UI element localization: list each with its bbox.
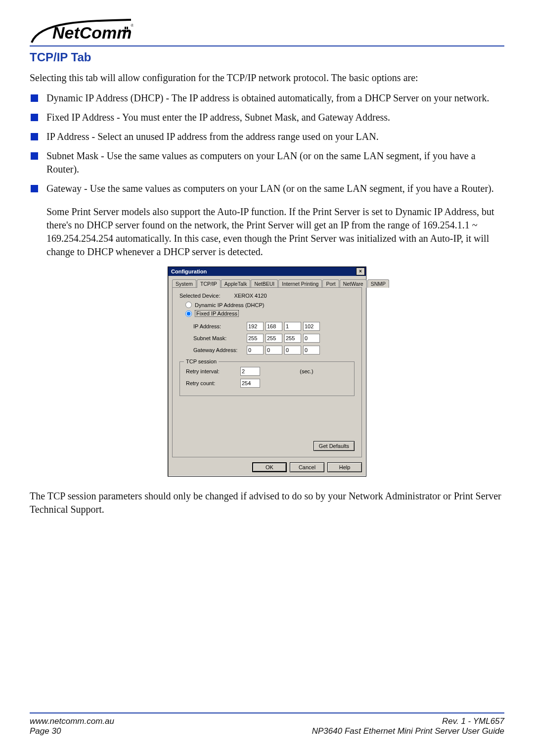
dialog-body: System TCP/IP AppleTalk NetBEUI Internet… [168,276,366,476]
get-defaults-button[interactable]: Get Defaults [313,441,355,451]
tab-appletalk[interactable]: AppleTalk [221,279,251,288]
tabstrip: System TCP/IP AppleTalk NetBEUI Internet… [172,279,362,288]
radio-dhcp-label: Dynamic IP Address (DHCP) [195,302,264,308]
bullet-list: Dynamic IP Address (DHCP) - The IP addre… [30,91,504,195]
footer-url: www.netcomm.com.au [30,716,114,726]
ip-octet-1[interactable] [247,322,264,331]
retry-count-input[interactable] [240,379,260,388]
configuration-dialog: Configuration × System TCP/IP AppleTalk … [168,267,366,477]
tcp-session-legend: TCP session [184,358,219,364]
bullet-item: Subnet Mask - Use the same values as com… [30,149,504,176]
tab-tcpip[interactable]: TCP/IP [197,279,221,288]
tab-port[interactable]: Port [322,279,339,288]
bullet-item: Dynamic IP Address (DHCP) - The IP addre… [30,91,504,105]
gateway-label: Gateway Address: [193,347,243,353]
gw-octet-2[interactable] [266,346,282,355]
radio-dhcp[interactable] [185,302,192,308]
tab-netware[interactable]: NetWare [340,279,367,288]
footer-rev: Rev. 1 - YML657 [442,716,504,726]
retry-interval-unit: (sec.) [300,368,348,374]
bullet-item: Fixed IP Address - You must enter the IP… [30,111,504,124]
tab-panel-tcpip: Selected Device: XEROX 4120 Dynamic IP A… [172,287,362,457]
autoip-text: Some Print Server models also support th… [46,205,504,259]
logo-name-text: NetComm [52,23,132,42]
footer-doc: NP3640 Fast Ethernet Mini Print Server U… [312,726,504,736]
gw-octet-1[interactable] [247,346,264,355]
dialog-title: Configuration [171,268,207,274]
mask-octet-2[interactable] [266,334,282,343]
retry-interval-input[interactable] [240,367,260,376]
footer-page: Page 30 [30,726,61,736]
ip-octet-2[interactable] [266,322,282,331]
retry-interval-label: Retry interval: [186,368,235,374]
tab-system[interactable]: System [172,279,196,288]
radio-fixed[interactable] [185,311,192,317]
svg-rect-3 [127,30,128,32]
bullet-item: IP Address - Select an unused IP address… [30,130,504,143]
intro-text: Selecting this tab will allow configurat… [30,71,504,85]
ip-octet-3[interactable] [284,322,301,331]
ok-button[interactable]: OK [252,462,287,472]
tcp-session-group: TCP session Retry interval: (sec.) Retry… [179,361,355,396]
selected-device-label: Selected Device: [179,293,221,299]
retry-count-label: Retry count: [186,380,235,386]
bullet-item: Gateway - Use the same values as compute… [30,182,504,195]
footer-divider [30,712,504,713]
svg-rect-2 [125,30,126,32]
tab-netbeui[interactable]: NetBEUI [251,279,278,288]
cancel-button[interactable]: Cancel [290,462,324,472]
section-title: TCP/IP Tab [30,50,504,64]
page-footer: www.netcomm.com.au Rev. 1 - YML657 Page … [30,709,504,737]
mask-octet-1[interactable] [247,334,264,343]
mask-octet-4[interactable] [303,334,320,343]
ip-octet-4[interactable] [303,322,320,331]
svg-text:®: ® [131,23,134,28]
radio-fixed-label: Fixed IP Address [195,310,239,317]
mask-octet-3[interactable] [284,334,301,343]
ip-address-label: IP Address: [193,323,243,329]
header-divider [30,45,504,46]
gw-octet-4[interactable] [303,346,320,355]
dialog-titlebar[interactable]: Configuration × [168,267,366,276]
gw-octet-3[interactable] [284,346,301,355]
tab-internet-printing[interactable]: Internet Printing [278,279,322,288]
svg-rect-0 [125,27,126,29]
dialog-footer: OK Cancel Help [172,459,362,472]
tab-snmp[interactable]: SNMP [367,279,389,288]
brand-logo: NetComm ® [30,16,504,44]
svg-rect-1 [127,27,128,29]
page: NetComm ® TCP/IP Tab Selecting this tab … [0,0,534,756]
tcp-note-text: The TCP session parameters should only b… [30,489,504,516]
netcomm-logo-icon: NetComm ® [30,16,134,44]
close-button[interactable]: × [356,267,365,275]
selected-device-value: XEROX 4120 [234,293,267,299]
subnet-mask-label: Subnet Mask: [193,335,243,341]
help-button[interactable]: Help [327,462,362,472]
